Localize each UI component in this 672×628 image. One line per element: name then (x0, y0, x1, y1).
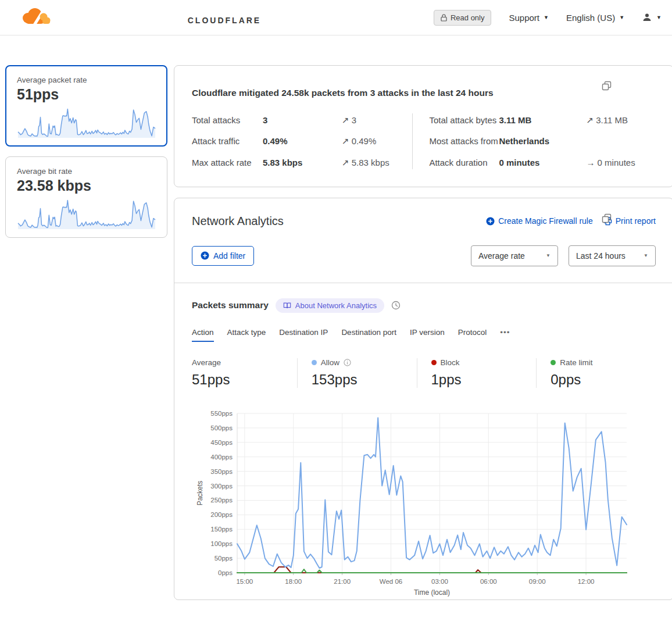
summary-row-attack-duration: Attack duration 0 minutes → 0 minutes (429, 156, 656, 169)
dimension-tabs: Action Attack type Destination IP Destin… (192, 328, 656, 342)
create-magic-firewall-rule-link[interactable]: Create Magic Firewall rule (486, 216, 593, 226)
row-trend: ↗ 0.49% (342, 134, 376, 148)
svg-text:06:00: 06:00 (480, 578, 497, 585)
summary-row-max-attack-rate: Max attack rate 5.83 kbps ↗ 5.83 kbps (192, 156, 401, 169)
metric-card-packet-rate[interactable]: Average packet rate 51pps (5, 65, 167, 147)
tab-ip-version[interactable]: IP version (410, 328, 445, 342)
row-label: Total attacks (192, 113, 263, 127)
attack-summary-card: Cloudflare mitigated 24.58k packets from… (174, 65, 672, 187)
svg-text:250pps: 250pps (210, 497, 233, 504)
row-value: 5.83 kbps (263, 156, 342, 169)
stat-block: Block 1pps (417, 358, 537, 388)
summary-row-attack-traffic: Attack traffic 0.49% ↗ 0.49% (192, 134, 401, 148)
support-label: Support (509, 13, 539, 23)
metric-value: 51pps (17, 86, 156, 103)
about-network-analytics-badge[interactable]: About Network Analytics (276, 298, 384, 313)
bit-rate-sparkline (17, 197, 156, 230)
packet-rate-sparkline (17, 105, 156, 139)
chevron-down-icon: ▼ (656, 15, 662, 20)
tab-destination-port[interactable]: Destination port (341, 328, 396, 342)
time-range-select[interactable]: Last 24 hours ▼ (569, 245, 656, 266)
row-label: Most attacks from (429, 134, 499, 148)
tab-destination-ip[interactable]: Destination IP (279, 328, 328, 342)
row-value: 0 minutes (499, 156, 586, 169)
summary-row-total-attacks: Total attacks 3 ↗ 3 (192, 113, 401, 127)
tabs-more-button[interactable]: ••• (500, 328, 510, 342)
language-label: English (US) (566, 13, 615, 23)
row-trend: ↗ 5.83 kbps (342, 156, 389, 169)
chevron-down-icon: ▼ (546, 253, 551, 258)
info-icon[interactable] (344, 359, 351, 366)
support-menu[interactable]: Support ▼ (509, 13, 548, 23)
copy-icon (602, 81, 612, 91)
time-range-value: Last 24 hours (576, 251, 625, 261)
tab-action[interactable]: Action (192, 328, 214, 342)
svg-text:21:00: 21:00 (334, 578, 351, 585)
summary-left-column: Total attacks 3 ↗ 3 Attack traffic 0.49%… (192, 113, 412, 169)
svg-text:400pps: 400pps (210, 453, 233, 460)
svg-text:300pps: 300pps (210, 482, 233, 489)
svg-text:18:00: 18:00 (285, 578, 302, 585)
stat-label: Allow (321, 358, 339, 367)
copy-icon (602, 213, 612, 223)
svg-text:15:00: 15:00 (236, 578, 253, 585)
cloudflare-wordmark: CLOUDFLARE (188, 16, 261, 25)
row-value: 3 (263, 113, 342, 127)
svg-text:0pps: 0pps (218, 569, 233, 576)
metric-card-bit-rate[interactable]: Average bit rate 23.58 kbps (5, 156, 167, 238)
packets-summary-section: Packets summary About Network Analytics (174, 283, 672, 600)
svg-text:09:00: 09:00 (529, 578, 546, 585)
svg-text:450pps: 450pps (210, 439, 233, 446)
add-filter-label: Add filter (213, 251, 245, 261)
chevron-down-icon: ▼ (544, 15, 549, 20)
packets-time-series-chart: 0pps50pps100pps150pps200pps250pps300pps3… (192, 410, 656, 600)
metric-value: 23.58 kbps (17, 177, 156, 194)
history-clock-icon[interactable] (391, 301, 401, 310)
read-only-label: Read only (451, 13, 485, 22)
user-icon (642, 12, 652, 23)
account-menu[interactable]: ▼ (642, 12, 662, 23)
stat-rate-limit: Rate limit 0pps (536, 358, 656, 388)
add-filter-button[interactable]: Add filter (192, 246, 254, 266)
svg-text:150pps: 150pps (210, 526, 233, 533)
tab-protocol[interactable]: Protocol (458, 328, 487, 342)
stat-value: 1pps (431, 372, 537, 388)
read-only-badge: Read only (434, 10, 492, 26)
rate-limit-legend-dot (551, 360, 556, 365)
row-label: Max attack rate (192, 156, 263, 169)
summary-title: Cloudflare mitigated 24.58k packets from… (192, 82, 656, 98)
about-badge-label: About Network Analytics (295, 301, 377, 310)
language-menu[interactable]: English (US) ▼ (566, 13, 624, 23)
tab-attack-type[interactable]: Attack type (227, 328, 266, 342)
svg-text:50pps: 50pps (215, 555, 233, 562)
top-header: CLOUDFLARE Read only Support ▼ English (… (0, 0, 672, 35)
row-label: Attack duration (429, 156, 499, 169)
row-trend: ↗ 3.11 MB (586, 113, 627, 127)
create-rule-label: Create Magic Firewall rule (498, 216, 593, 226)
svg-text:Time (local): Time (local) (414, 588, 450, 597)
copy-summary-button[interactable] (602, 81, 612, 91)
metric-select[interactable]: Average rate ▼ (471, 245, 558, 266)
print-report-label: Print report (616, 216, 656, 226)
svg-text:500pps: 500pps (210, 424, 233, 431)
cloudflare-logo[interactable] (10, 5, 51, 30)
row-trend: ↗ 3 (342, 113, 356, 127)
lock-icon (441, 14, 447, 22)
row-trend: → 0 minutes (586, 156, 635, 169)
row-value: 3.11 MB (499, 113, 586, 127)
legend-stats-row: Average 51pps Allow 15 (192, 358, 656, 388)
svg-text:Wed 06: Wed 06 (380, 578, 402, 585)
packets-summary-title: Packets summary (192, 300, 269, 311)
chevron-down-icon: ▼ (644, 253, 648, 258)
copy-packets-button[interactable] (602, 213, 612, 223)
stat-value: 0pps (551, 372, 656, 388)
metric-label: Average bit rate (17, 167, 156, 176)
block-legend-dot (431, 360, 437, 365)
summary-right-column: Total attack bytes 3.11 MB ↗ 3.11 MB Mos… (412, 113, 656, 169)
row-label: Attack traffic (192, 134, 263, 148)
line-chart: 0pps50pps100pps150pps200pps250pps300pps3… (192, 410, 651, 597)
svg-text:03:00: 03:00 (431, 578, 448, 585)
stat-label: Rate limit (560, 358, 592, 367)
svg-text:12:00: 12:00 (578, 578, 595, 585)
page-title: Network Analytics (192, 215, 284, 228)
